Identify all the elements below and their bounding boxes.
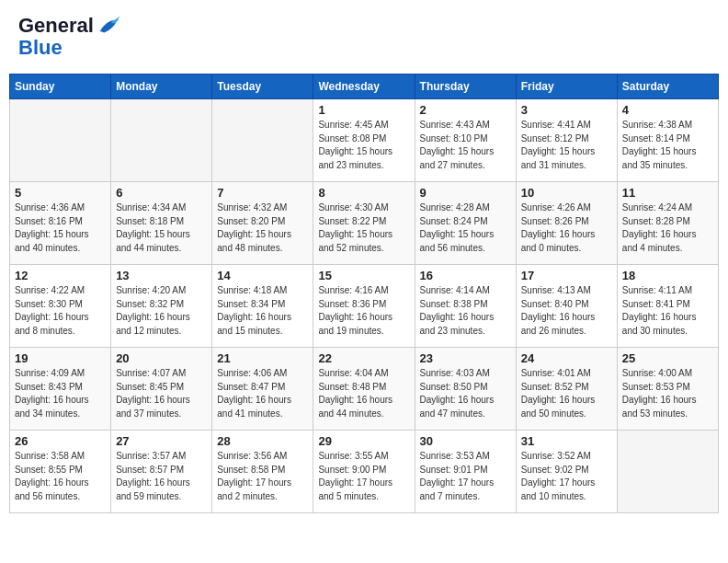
day-number: 4 — [622, 103, 713, 117]
day-info: Sunrise: 4:14 AM Sunset: 8:38 PM Dayligh… — [420, 284, 511, 338]
calendar-cell: 30Sunrise: 3:53 AM Sunset: 9:01 PM Dayli… — [415, 431, 516, 513]
day-number: 24 — [521, 351, 612, 365]
day-info: Sunrise: 4:04 AM Sunset: 8:48 PM Dayligh… — [318, 367, 409, 420]
calendar-cell: 7Sunrise: 4:32 AM Sunset: 8:20 PM Daylig… — [212, 182, 313, 265]
calendar-cell: 20Sunrise: 4:07 AM Sunset: 8:45 PM Dayli… — [111, 348, 212, 431]
logo: General Blue — [18, 14, 121, 60]
day-number: 21 — [217, 351, 308, 365]
day-info: Sunrise: 4:43 AM Sunset: 8:10 PM Dayligh… — [420, 119, 511, 172]
day-info: Sunrise: 4:00 AM Sunset: 8:53 PM Dayligh… — [622, 367, 713, 420]
day-number: 22 — [318, 351, 409, 365]
calendar-body: 1Sunrise: 4:45 AM Sunset: 8:08 PM Daylig… — [10, 99, 719, 513]
day-info: Sunrise: 4:03 AM Sunset: 8:50 PM Dayligh… — [420, 367, 511, 420]
calendar-cell: 2Sunrise: 4:43 AM Sunset: 8:10 PM Daylig… — [415, 99, 516, 182]
day-number: 14 — [217, 269, 308, 282]
day-info: Sunrise: 3:55 AM Sunset: 9:00 PM Dayligh… — [318, 450, 409, 503]
calendar-cell: 17Sunrise: 4:13 AM Sunset: 8:40 PM Dayli… — [516, 265, 617, 348]
day-info: Sunrise: 3:56 AM Sunset: 8:58 PM Dayligh… — [217, 450, 308, 503]
day-number: 31 — [521, 434, 612, 448]
day-number: 23 — [420, 351, 511, 365]
day-info: Sunrise: 4:45 AM Sunset: 8:08 PM Dayligh… — [318, 119, 409, 172]
day-info: Sunrise: 3:57 AM Sunset: 8:57 PM Dayligh… — [116, 450, 207, 503]
day-number: 2 — [420, 103, 511, 117]
calendar-cell: 4Sunrise: 4:38 AM Sunset: 8:14 PM Daylig… — [617, 99, 718, 182]
day-info: Sunrise: 4:36 AM Sunset: 8:16 PM Dayligh… — [15, 201, 106, 255]
day-info: Sunrise: 4:28 AM Sunset: 8:24 PM Dayligh… — [420, 201, 511, 255]
day-number: 17 — [521, 269, 612, 282]
day-number: 19 — [15, 351, 106, 365]
day-number: 16 — [420, 269, 511, 282]
calendar-week-row: 26Sunrise: 3:58 AM Sunset: 8:55 PM Dayli… — [10, 431, 719, 513]
day-info: Sunrise: 3:58 AM Sunset: 8:55 PM Dayligh… — [15, 450, 106, 503]
day-info: Sunrise: 4:26 AM Sunset: 8:26 PM Dayligh… — [521, 201, 612, 255]
calendar-cell — [10, 99, 111, 182]
calendar-week-row: 12Sunrise: 4:22 AM Sunset: 8:30 PM Dayli… — [10, 265, 719, 348]
calendar-cell — [111, 99, 212, 182]
weekday-header-saturday: Saturday — [617, 75, 718, 99]
day-number: 26 — [15, 434, 106, 448]
calendar-cell: 6Sunrise: 4:34 AM Sunset: 8:18 PM Daylig… — [111, 182, 212, 265]
day-number: 29 — [318, 434, 409, 448]
day-info: Sunrise: 4:07 AM Sunset: 8:45 PM Dayligh… — [116, 367, 207, 420]
calendar-cell — [617, 431, 718, 513]
calendar-cell: 22Sunrise: 4:04 AM Sunset: 8:48 PM Dayli… — [313, 348, 415, 431]
calendar-cell: 21Sunrise: 4:06 AM Sunset: 8:47 PM Dayli… — [212, 348, 313, 431]
calendar-cell: 26Sunrise: 3:58 AM Sunset: 8:55 PM Dayli… — [10, 431, 111, 513]
calendar-cell: 25Sunrise: 4:00 AM Sunset: 8:53 PM Dayli… — [617, 348, 718, 431]
calendar-cell: 29Sunrise: 3:55 AM Sunset: 9:00 PM Dayli… — [313, 431, 415, 513]
day-info: Sunrise: 4:34 AM Sunset: 8:18 PM Dayligh… — [116, 201, 207, 255]
calendar-week-row: 1Sunrise: 4:45 AM Sunset: 8:08 PM Daylig… — [10, 99, 719, 182]
calendar-cell: 27Sunrise: 3:57 AM Sunset: 8:57 PM Dayli… — [111, 431, 212, 513]
weekday-header-friday: Friday — [516, 75, 617, 99]
day-info: Sunrise: 4:24 AM Sunset: 8:28 PM Dayligh… — [622, 201, 713, 255]
calendar-cell: 8Sunrise: 4:30 AM Sunset: 8:22 PM Daylig… — [313, 182, 415, 265]
calendar-cell: 1Sunrise: 4:45 AM Sunset: 8:08 PM Daylig… — [313, 99, 415, 182]
day-info: Sunrise: 3:53 AM Sunset: 9:01 PM Dayligh… — [420, 450, 511, 503]
calendar-cell: 18Sunrise: 4:11 AM Sunset: 8:41 PM Dayli… — [617, 265, 718, 348]
calendar-cell: 9Sunrise: 4:28 AM Sunset: 8:24 PM Daylig… — [415, 182, 516, 265]
calendar-cell: 3Sunrise: 4:41 AM Sunset: 8:12 PM Daylig… — [516, 99, 617, 182]
page-header: General Blue — [9, 9, 719, 64]
weekday-header-wednesday: Wednesday — [313, 75, 415, 99]
calendar-cell: 5Sunrise: 4:36 AM Sunset: 8:16 PM Daylig… — [10, 182, 111, 265]
day-info: Sunrise: 4:18 AM Sunset: 8:34 PM Dayligh… — [217, 284, 308, 338]
day-info: Sunrise: 4:13 AM Sunset: 8:40 PM Dayligh… — [521, 284, 612, 338]
calendar-cell: 31Sunrise: 3:52 AM Sunset: 9:02 PM Dayli… — [516, 431, 617, 513]
day-number: 28 — [217, 434, 308, 448]
day-number: 12 — [15, 269, 106, 282]
day-number: 9 — [420, 186, 511, 200]
weekday-header-row: SundayMondayTuesdayWednesdayThursdayFrid… — [10, 75, 719, 99]
calendar-table: SundayMondayTuesdayWednesdayThursdayFrid… — [9, 74, 719, 513]
weekday-header-tuesday: Tuesday — [212, 75, 313, 99]
day-number: 18 — [622, 269, 713, 282]
calendar-week-row: 19Sunrise: 4:09 AM Sunset: 8:43 PM Dayli… — [10, 348, 719, 431]
day-number: 20 — [116, 351, 207, 365]
day-info: Sunrise: 4:06 AM Sunset: 8:47 PM Dayligh… — [217, 367, 308, 420]
day-number: 10 — [521, 186, 612, 200]
calendar-cell: 11Sunrise: 4:24 AM Sunset: 8:28 PM Dayli… — [617, 182, 718, 265]
weekday-header-sunday: Sunday — [10, 75, 111, 99]
day-number: 15 — [318, 269, 409, 282]
calendar-week-row: 5Sunrise: 4:36 AM Sunset: 8:16 PM Daylig… — [10, 182, 719, 265]
day-number: 13 — [116, 269, 207, 282]
day-number: 8 — [318, 186, 409, 200]
day-number: 7 — [217, 186, 308, 200]
calendar-cell: 23Sunrise: 4:03 AM Sunset: 8:50 PM Dayli… — [415, 348, 516, 431]
calendar-cell: 19Sunrise: 4:09 AM Sunset: 8:43 PM Dayli… — [10, 348, 111, 431]
day-info: Sunrise: 4:09 AM Sunset: 8:43 PM Dayligh… — [15, 367, 106, 420]
calendar-cell: 15Sunrise: 4:16 AM Sunset: 8:36 PM Dayli… — [313, 265, 415, 348]
calendar-cell: 16Sunrise: 4:14 AM Sunset: 8:38 PM Dayli… — [415, 265, 516, 348]
day-number: 6 — [116, 186, 207, 200]
day-number: 1 — [318, 103, 409, 117]
day-info: Sunrise: 4:16 AM Sunset: 8:36 PM Dayligh… — [318, 284, 409, 338]
day-info: Sunrise: 4:30 AM Sunset: 8:22 PM Dayligh… — [318, 201, 409, 255]
day-info: Sunrise: 4:20 AM Sunset: 8:32 PM Dayligh… — [116, 284, 207, 338]
day-info: Sunrise: 4:38 AM Sunset: 8:14 PM Dayligh… — [622, 119, 713, 172]
calendar-cell: 13Sunrise: 4:20 AM Sunset: 8:32 PM Dayli… — [111, 265, 212, 348]
day-number: 11 — [622, 186, 713, 200]
day-info: Sunrise: 4:22 AM Sunset: 8:30 PM Dayligh… — [15, 284, 106, 338]
calendar-cell: 28Sunrise: 3:56 AM Sunset: 8:58 PM Dayli… — [212, 431, 313, 513]
day-info: Sunrise: 3:52 AM Sunset: 9:02 PM Dayligh… — [521, 450, 612, 503]
day-number: 30 — [420, 434, 511, 448]
weekday-header-monday: Monday — [111, 75, 212, 99]
